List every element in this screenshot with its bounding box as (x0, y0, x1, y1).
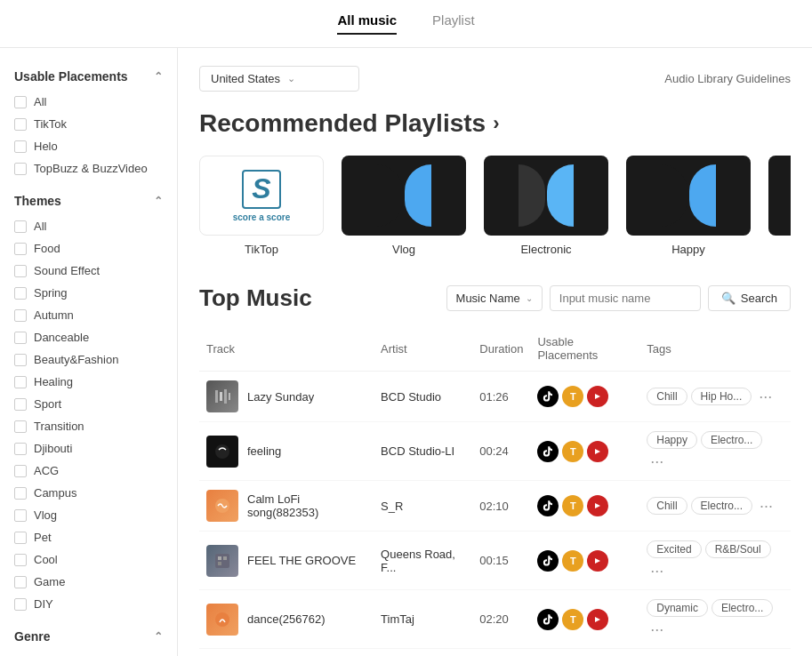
sidebar-item-all-themes[interactable]: All (0, 215, 177, 237)
tag[interactable]: Electro... (701, 431, 762, 449)
checkbox-campus[interactable] (14, 487, 27, 500)
sidebar-section-header-themes[interactable]: Themes ⌃ (0, 187, 177, 215)
checkbox-acg[interactable] (14, 465, 27, 477)
paren-shape-electronic (519, 164, 574, 227)
recommended-title-text: Recommended Playlists (199, 109, 486, 138)
checkbox-beauty-fashion[interactable] (14, 354, 27, 366)
playlist-card-electronic[interactable]: Electronic (484, 156, 608, 256)
sidebar-item-pet[interactable]: Pet (0, 526, 177, 548)
checkbox-djibouti[interactable] (14, 443, 27, 455)
tag[interactable]: Excited (647, 540, 701, 558)
sidebar-item-helo[interactable]: Helo (0, 135, 177, 157)
duration-cell: 01:26 (472, 372, 530, 422)
paren-blue-happy (689, 164, 716, 227)
sidebar-item-djibouti[interactable]: Djibouti (0, 437, 177, 460)
checkbox-autumn[interactable] (14, 309, 27, 322)
playlists-row: S score a score TikTop Vlog (199, 156, 791, 256)
more-options-button[interactable]: ··· (647, 452, 667, 471)
sidebar-item-beauty-fashion[interactable]: Beauty&Fashion (0, 348, 177, 371)
playlist-label-happy: Happy (671, 243, 705, 256)
sidebar-label-pet: Pet (34, 531, 52, 544)
sidebar-item-food[interactable]: Food (0, 237, 177, 260)
tag[interactable]: R&B/Soul (705, 540, 771, 558)
usable-placements-label: Usable Placements (14, 69, 128, 84)
checkbox-diy[interactable] (14, 598, 27, 611)
search-icon: 🔍 (721, 292, 736, 305)
sidebar-item-cool[interactable]: Cool (0, 548, 177, 571)
sidebar-item-spring[interactable]: Spring (0, 282, 177, 304)
tag[interactable]: Electro... (691, 497, 752, 515)
sidebar-item-campus[interactable]: Campus (0, 482, 177, 504)
music-name-select[interactable]: Music Name ⌄ (446, 285, 543, 311)
tab-all-music[interactable]: All music (337, 12, 397, 35)
top-navigation: All music Playlist (0, 0, 812, 48)
sidebar-item-diy[interactable]: DIY (0, 593, 177, 615)
sidebar-label-beauty-fashion: Beauty&Fashion (34, 353, 118, 366)
audio-guidelines-link[interactable]: Audio Library Guidelines (664, 72, 791, 85)
checkbox-topbuzz[interactable] (14, 163, 27, 175)
more-options-button[interactable]: ··· (647, 620, 667, 639)
playlist-card-tiktop[interactable]: S score a score TikTop (199, 156, 324, 256)
playlist-card-happy[interactable]: Happy (626, 156, 751, 256)
sidebar-item-healing[interactable]: Healing (0, 371, 177, 393)
paren-blue2-electronic (547, 164, 574, 227)
more-options-button[interactable]: ··· (647, 562, 667, 580)
country-value: United States (211, 72, 280, 85)
recommended-arrow-icon[interactable]: › (493, 112, 499, 135)
checkbox-food[interactable] (14, 243, 27, 255)
tag[interactable]: Chill (647, 388, 687, 405)
more-options-button[interactable]: ··· (755, 388, 776, 406)
checkbox-sound-effect[interactable] (14, 265, 27, 277)
paren-shape-happy (661, 164, 716, 227)
checkbox-all-themes[interactable] (14, 220, 27, 233)
checkbox-vlog[interactable] (14, 509, 27, 522)
sidebar-label-game: Game (34, 575, 65, 588)
tag[interactable]: Chill (647, 497, 687, 515)
checkbox-helo[interactable] (14, 140, 27, 153)
checkbox-healing[interactable] (14, 376, 27, 388)
sidebar-item-acg[interactable]: ACG (0, 460, 177, 482)
artist-cell: Queens Road, F... (374, 532, 472, 590)
col-header-duration: Duration (472, 326, 530, 372)
artist-cell: BCD Studio (374, 372, 472, 422)
sidebar-item-all-up[interactable]: All (0, 91, 177, 113)
top-music-header: Top Music Music Name ⌄ 🔍 Search (199, 284, 791, 312)
tag[interactable]: Hip Ho... (691, 388, 752, 405)
sidebar-item-autumn[interactable]: Autumn (0, 304, 177, 326)
sidebar-item-sound-effect[interactable]: Sound Effect (0, 260, 177, 282)
sidebar-item-vlog[interactable]: Vlog (0, 504, 177, 526)
paren-dark2-electronic (519, 164, 545, 227)
buzzv-placement-icon (587, 495, 608, 516)
sidebar-section-header-usable-placements[interactable]: Usable Placements ⌃ (0, 62, 177, 91)
search-row: Music Name ⌄ 🔍 Search (446, 285, 791, 311)
top-music-title: Top Music (199, 284, 432, 312)
sidebar-section-header-genre[interactable]: Genre ⌃ (0, 622, 177, 651)
playlist-card-extra[interactable] (768, 156, 791, 256)
checkbox-all-up[interactable] (14, 96, 27, 108)
sidebar-item-game[interactable]: Game (0, 571, 177, 593)
svg-rect-0 (215, 390, 218, 403)
tag[interactable]: Electro... (712, 599, 773, 617)
artist-cell: BCD Studio-LI (374, 422, 472, 481)
tag[interactable]: Happy (647, 431, 697, 449)
sidebar-item-topbuzz[interactable]: TopBuzz & BuzzVideo (0, 157, 177, 180)
checkbox-game[interactable] (14, 576, 27, 588)
sidebar-item-danceable[interactable]: Danceable (0, 326, 177, 348)
country-select[interactable]: United States ⌄ (199, 66, 359, 92)
tag[interactable]: Dynamic (647, 599, 708, 617)
sidebar-item-tiktok[interactable]: TikTok (0, 113, 177, 135)
checkbox-pet[interactable] (14, 532, 27, 544)
checkbox-spring[interactable] (14, 287, 27, 300)
checkbox-cool[interactable] (14, 554, 27, 566)
checkbox-tiktok[interactable] (14, 118, 27, 131)
search-input[interactable] (550, 285, 701, 311)
sidebar-item-transition[interactable]: Transition (0, 415, 177, 437)
checkbox-danceable[interactable] (14, 332, 27, 344)
search-button[interactable]: 🔍 Search (708, 285, 791, 311)
playlist-card-vlog[interactable]: Vlog (342, 156, 466, 256)
checkbox-sport[interactable] (14, 398, 27, 411)
sidebar-item-sport[interactable]: Sport (0, 393, 177, 415)
checkbox-transition[interactable] (14, 420, 27, 433)
more-options-button[interactable]: ··· (756, 497, 776, 516)
tab-playlist[interactable]: Playlist (432, 12, 475, 35)
